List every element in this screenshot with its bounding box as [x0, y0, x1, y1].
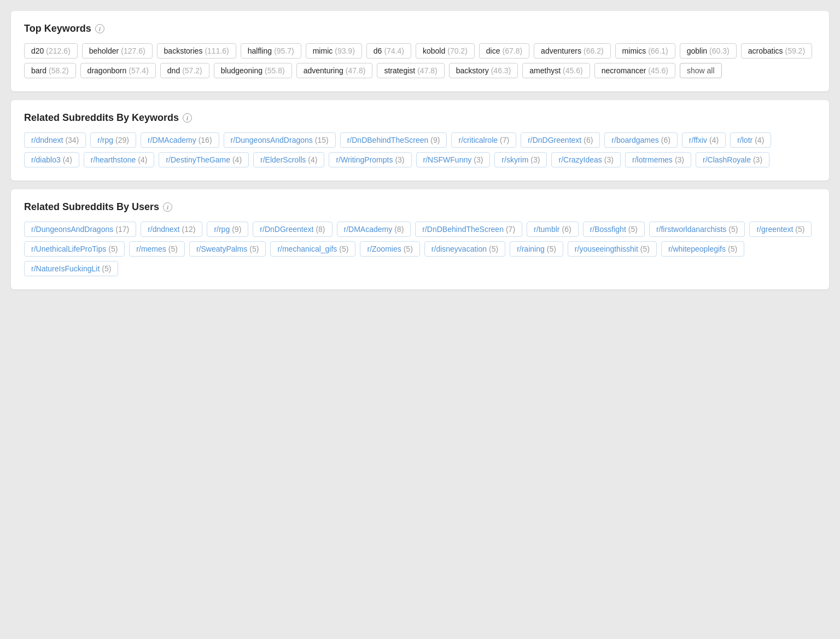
related-by-users-card: Related Subreddits By Users i r/Dungeons…	[11, 189, 829, 289]
subreddit-tag[interactable]: r/DnDBehindTheScreen (9)	[340, 132, 447, 148]
subreddit-tag[interactable]: r/DnDGreentext (6)	[521, 132, 600, 148]
subreddit-tag[interactable]: r/Bossfight (5)	[583, 222, 645, 237]
related-by-users-title: Related Subreddits By Users i	[24, 201, 816, 213]
subreddit-tag[interactable]: r/mechanical_gifs (5)	[270, 241, 355, 257]
top-keywords-card: Top Keywords i d20 (212.6)beholder (127.…	[11, 11, 829, 91]
keyword-tag[interactable]: dice (67.8)	[479, 43, 529, 59]
subreddit-tag[interactable]: r/DnDGreentext (8)	[253, 222, 332, 237]
keyword-tag[interactable]: bard (58.2)	[24, 63, 76, 78]
top-keywords-tags: d20 (212.6)beholder (127.6)backstories (…	[24, 43, 816, 78]
related-by-keywords-tags: r/dndnext (34)r/rpg (29)r/DMAcademy (16)…	[24, 132, 816, 167]
subreddit-tag[interactable]: r/dndnext (34)	[24, 132, 86, 148]
subreddit-tag[interactable]: r/boardgames (6)	[604, 132, 678, 148]
subreddit-tag[interactable]: r/ElderScrolls (4)	[253, 152, 324, 167]
subreddit-tag[interactable]: r/DungeonsAndDragons (15)	[224, 132, 336, 148]
subreddit-tag[interactable]: r/youseeingthisshit (5)	[568, 241, 657, 257]
top-keywords-info-icon[interactable]: i	[95, 24, 104, 33]
subreddit-tag[interactable]: r/greentext (5)	[749, 222, 812, 237]
subreddit-tag[interactable]: r/NatureIsFuckingLit (5)	[24, 261, 118, 276]
subreddit-tag[interactable]: r/WritingPrompts (3)	[329, 152, 411, 167]
subreddit-tag[interactable]: r/CrazyIdeas (3)	[551, 152, 620, 167]
related-by-keywords-title: Related Subreddits By Keywords i	[24, 112, 816, 124]
subreddit-tag[interactable]: r/UnethicalLifeProTips (5)	[24, 241, 125, 257]
keyword-tag[interactable]: amethyst (45.6)	[522, 63, 590, 78]
subreddit-tag[interactable]: r/DMAcademy (16)	[141, 132, 219, 148]
subreddit-tag[interactable]: r/dndnext (12)	[141, 222, 202, 237]
keyword-tag[interactable]: d6 (74.4)	[366, 43, 411, 59]
keyword-tag[interactable]: d20 (212.6)	[24, 43, 78, 59]
top-keywords-title: Top Keywords i	[24, 23, 816, 34]
keyword-tag[interactable]: necromancer (45.6)	[594, 63, 675, 78]
subreddit-tag[interactable]: r/SweatyPalms (5)	[189, 241, 266, 257]
subreddit-tag[interactable]: r/criticalrole (7)	[451, 132, 516, 148]
subreddit-tag[interactable]: r/whitepeoplegifs (5)	[661, 241, 744, 257]
keyword-tag[interactable]: adventuring (47.8)	[296, 63, 373, 78]
keyword-tag[interactable]: backstories (111.6)	[157, 43, 236, 59]
related-by-keywords-info-icon[interactable]: i	[183, 113, 192, 123]
keyword-tag[interactable]: goblin (60.3)	[680, 43, 737, 59]
subreddit-tag[interactable]: r/memes (5)	[129, 241, 185, 257]
related-by-users-tags: r/DungeonsAndDragons (17)r/dndnext (12)r…	[24, 222, 816, 276]
keyword-tag[interactable]: acrobatics (59.2)	[741, 43, 812, 59]
related-by-keywords-card: Related Subreddits By Keywords i r/dndne…	[11, 100, 829, 181]
subreddit-tag[interactable]: r/lotrmemes (3)	[625, 152, 691, 167]
subreddit-tag[interactable]: r/skyrim (3)	[494, 152, 547, 167]
subreddit-tag[interactable]: r/diablo3 (4)	[24, 152, 79, 167]
subreddit-tag[interactable]: r/rpg (29)	[90, 132, 136, 148]
keyword-tag[interactable]: dnd (57.2)	[160, 63, 209, 78]
related-by-users-heading: Related Subreddits By Users	[24, 201, 159, 213]
keyword-tag[interactable]: halfling (95.7)	[241, 43, 301, 59]
subreddit-tag[interactable]: r/ffxiv (4)	[682, 132, 726, 148]
subreddit-tag[interactable]: r/NSFWFunny (3)	[416, 152, 491, 167]
subreddit-tag[interactable]: r/DMAcademy (8)	[337, 222, 411, 237]
keyword-tag[interactable]: adventurers (66.2)	[534, 43, 611, 59]
keyword-tag[interactable]: backstory (46.3)	[449, 63, 518, 78]
subreddit-tag[interactable]: r/hearthstone (4)	[84, 152, 155, 167]
subreddit-tag[interactable]: r/DnDBehindTheScreen (7)	[415, 222, 522, 237]
subreddit-tag[interactable]: r/disneyvacation (5)	[424, 241, 505, 257]
subreddit-tag[interactable]: r/DungeonsAndDragons (17)	[24, 222, 136, 237]
subreddit-tag[interactable]: r/firstworldanarchists (5)	[649, 222, 745, 237]
keyword-tag[interactable]: bludgeoning (55.8)	[214, 63, 292, 78]
subreddit-tag[interactable]: r/DestinyTheGame (4)	[159, 152, 249, 167]
subreddit-tag[interactable]: r/raining (5)	[510, 241, 563, 257]
top-keywords-heading: Top Keywords	[24, 23, 91, 34]
keyword-tag[interactable]: beholder (127.6)	[82, 43, 153, 59]
keyword-tag[interactable]: mimic (93.9)	[306, 43, 362, 59]
subreddit-tag[interactable]: r/lotr (4)	[730, 132, 771, 148]
subreddit-tag[interactable]: r/tumblr (6)	[527, 222, 579, 237]
keyword-tag[interactable]: dragonborn (57.4)	[80, 63, 156, 78]
subreddit-tag[interactable]: r/rpg (9)	[207, 222, 248, 237]
keyword-tag[interactable]: mimics (66.1)	[615, 43, 675, 59]
keyword-tag[interactable]: kobold (70.2)	[416, 43, 475, 59]
subreddit-tag[interactable]: r/ClashRoyale (3)	[696, 152, 769, 167]
keyword-tag[interactable]: strategist (47.8)	[377, 63, 444, 78]
show-all-button[interactable]: show all	[680, 63, 722, 78]
related-by-keywords-heading: Related Subreddits By Keywords	[24, 112, 179, 124]
related-by-users-info-icon[interactable]: i	[163, 202, 172, 212]
subreddit-tag[interactable]: r/Zoomies (5)	[360, 241, 419, 257]
